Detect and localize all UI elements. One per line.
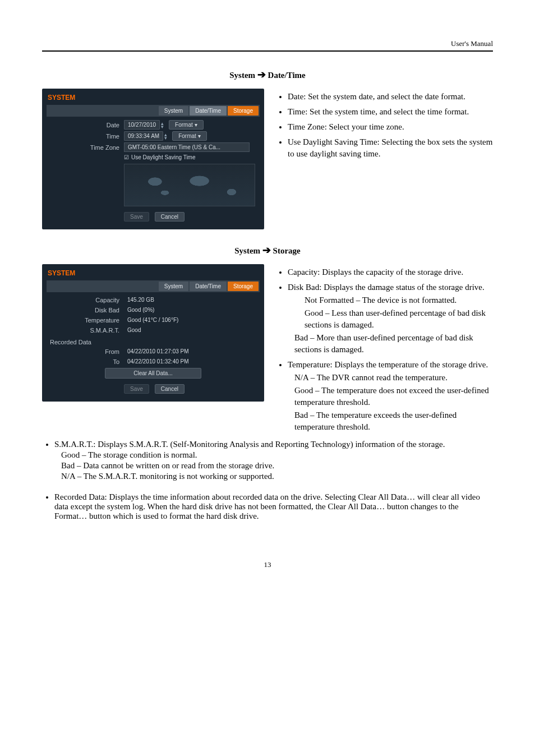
save-button[interactable]: Save xyxy=(124,212,149,222)
chevron-down-icon: ▾ xyxy=(195,122,197,128)
capacity-value: 145.20 GB xyxy=(124,296,158,304)
timezone-label: Time Zone xyxy=(47,144,124,151)
date-format-button[interactable]: Format ▾ xyxy=(169,120,203,130)
to-label: To xyxy=(47,358,124,365)
bullet-date: Date: Set the system date, and select th… xyxy=(288,91,493,103)
world-map[interactable] xyxy=(124,164,255,206)
date-label: Date xyxy=(47,122,124,128)
storage-description-right: Capacity: Displays the capacity of the s… xyxy=(275,264,493,436)
bullet-time: Time: Set the system time, and select th… xyxy=(288,106,493,118)
tab-bar: System Date/Time Storage xyxy=(47,280,260,292)
temperature-label: Temperature xyxy=(47,317,124,324)
cancel-button[interactable]: Cancel xyxy=(155,384,185,394)
arrow-icon: ➔ xyxy=(262,245,271,256)
section-title-datetime: System ➔ Date/Time xyxy=(42,68,493,81)
screenshot-storage: SYSTEM System Date/Time Storage Capacity… xyxy=(42,264,264,402)
datetime-description: Date: Set the system date, and select th… xyxy=(275,89,493,163)
time-format-button[interactable]: Format ▾ xyxy=(172,131,206,141)
dst-checkbox[interactable]: ☑ Use Daylight Saving Time xyxy=(124,154,260,160)
cancel-button[interactable]: Cancel xyxy=(155,212,185,222)
date-input[interactable]: 10/27/2010 xyxy=(124,120,160,130)
tab-system[interactable]: System xyxy=(159,106,188,116)
page-header: User's Manual xyxy=(42,39,493,52)
bullet-diskbad: Disk Bad: Displays the damage status of … xyxy=(288,282,493,356)
time-label: Time xyxy=(47,133,124,140)
bullet-recorded-data: Recorded Data: Displays the time informa… xyxy=(54,492,493,521)
bullet-capacity: Capacity: Displays the capacity of the s… xyxy=(288,266,493,278)
timezone-select[interactable]: GMT-05:00 Eastern Time (US & Ca... xyxy=(124,142,250,152)
spinner-icon[interactable]: ▴▾ xyxy=(161,122,167,128)
bullet-dst: Use Daylight Saving Time: Selecting the … xyxy=(288,136,493,160)
section-title-storage: System ➔ Storage xyxy=(42,244,493,256)
window-title: SYSTEM xyxy=(47,268,260,280)
save-button[interactable]: Save xyxy=(124,384,149,394)
clear-all-data-button[interactable]: Clear All Data... xyxy=(105,368,201,379)
capacity-label: Capacity xyxy=(47,297,124,303)
to-value: 04/22/2010 01:32:40 PM xyxy=(124,357,192,366)
smart-label: S.M.A.R.T. xyxy=(47,327,124,334)
page-number: 13 xyxy=(42,560,493,569)
diskbad-label: Disk Bad xyxy=(47,307,124,314)
bullet-smart: S.M.A.R.T.: Displays S.M.A.R.T. (Self-Mo… xyxy=(54,440,493,481)
chevron-down-icon: ▾ xyxy=(198,133,201,139)
screenshot-datetime: SYSTEM System Date/Time Storage Date 10/… xyxy=(42,89,264,229)
tab-bar: System Date/Time Storage xyxy=(47,105,260,117)
time-input[interactable]: 09:33:34 AM xyxy=(124,131,163,141)
bullet-timezone: Time Zone: Select your time zone. xyxy=(288,121,493,133)
from-value: 04/22/2010 01:27:03 PM xyxy=(124,347,192,356)
arrow-icon: ➔ xyxy=(257,69,266,80)
storage-description-full: S.M.A.R.T.: Displays S.M.A.R.T. (Self-Mo… xyxy=(42,440,493,521)
tab-datetime[interactable]: Date/Time xyxy=(190,106,227,116)
header-right: User's Manual xyxy=(451,39,493,48)
recorded-data-heading: Recorded Data xyxy=(50,339,260,345)
tab-system[interactable]: System xyxy=(159,282,188,291)
diskbad-value: Good (0%) xyxy=(124,306,158,314)
temperature-value: Good (41°C / 106°F) xyxy=(124,316,182,324)
tab-datetime[interactable]: Date/Time xyxy=(190,282,227,291)
tab-storage[interactable]: Storage xyxy=(228,106,259,116)
tab-storage[interactable]: Storage xyxy=(228,282,259,291)
bullet-temperature: Temperature: Displays the temperature of… xyxy=(288,359,493,433)
window-title: SYSTEM xyxy=(47,92,260,105)
from-label: From xyxy=(47,348,124,355)
checkbox-icon: ☑ xyxy=(124,154,129,160)
spinner-icon[interactable]: ▴▾ xyxy=(164,133,170,140)
smart-value: Good xyxy=(124,326,144,334)
